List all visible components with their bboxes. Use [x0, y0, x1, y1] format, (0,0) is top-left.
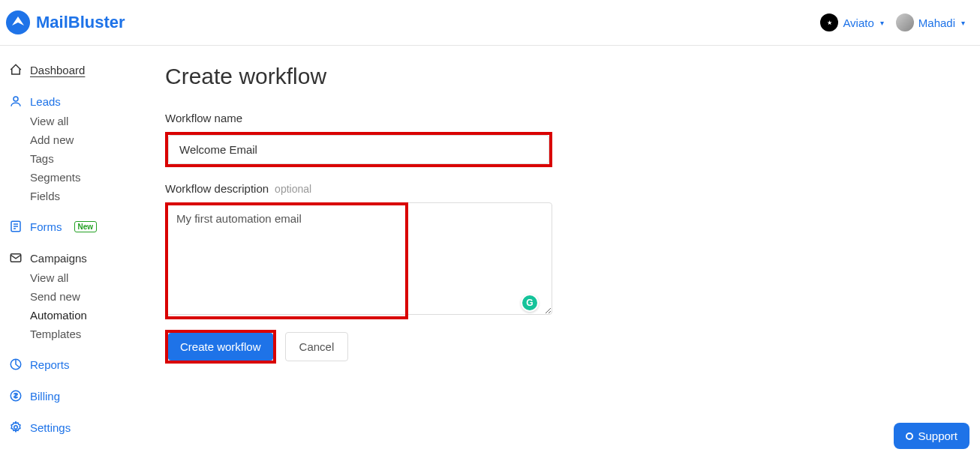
sidebar-item-dashboard[interactable]: Dashboard	[6, 59, 144, 80]
user-name: Mahadi	[918, 16, 955, 29]
grammarly-icon[interactable]: G	[521, 294, 539, 312]
gear-icon	[9, 421, 23, 434]
optional-hint: optional	[275, 183, 311, 195]
workflow-name-label: Workflow name	[165, 112, 965, 124]
sidebar-item-campaigns[interactable]: Campaigns	[6, 247, 144, 268]
sidebar-sub-view-all[interactable]: View all	[6, 268, 144, 287]
sidebar-item-leads[interactable]: Leads	[6, 91, 144, 112]
workflow-name-input[interactable]	[168, 135, 549, 164]
circle-icon	[906, 433, 913, 440]
dollar-icon	[9, 389, 23, 403]
chevron-down-icon: ▾	[961, 19, 965, 27]
new-badge: New	[74, 221, 98, 232]
sidebar-item-label: Settings	[30, 421, 71, 434]
highlight-box: Create workflow	[165, 330, 276, 364]
svg-point-9	[14, 426, 18, 430]
logo-icon	[6, 10, 30, 34]
highlight-box	[165, 202, 408, 319]
logo[interactable]: MailBluster	[6, 10, 125, 34]
workflow-desc-label: Workflow description optional	[165, 182, 965, 195]
envelope-icon	[9, 251, 23, 265]
sidebar: Dashboard Leads View all Add new Tags Se…	[0, 46, 150, 458]
sidebar-item-label: Dashboard	[30, 64, 85, 76]
sidebar-item-reports[interactable]: Reports	[6, 354, 144, 375]
org-name: Aviato	[843, 16, 873, 29]
create-workflow-button[interactable]: Create workflow	[168, 333, 273, 361]
sidebar-sub-view-all[interactable]: View all	[6, 112, 144, 130]
sidebar-item-label: Billing	[30, 390, 60, 403]
org-avatar: ★	[820, 13, 838, 31]
sidebar-sub-segments[interactable]: Segments	[6, 168, 144, 187]
sidebar-sub-automation[interactable]: Automation	[6, 306, 144, 325]
page-title: Create workflow	[165, 64, 965, 89]
chevron-down-icon: ▾	[880, 19, 884, 27]
user-menu[interactable]: Mahadi ▾	[896, 13, 965, 31]
sidebar-item-settings[interactable]: Settings	[6, 417, 144, 438]
support-button[interactable]: Support	[894, 423, 969, 449]
highlight-box	[165, 132, 552, 167]
header-right: ★ Aviato ▾ Mahadi ▾	[820, 13, 965, 31]
button-row: Create workflow Cancel	[165, 330, 965, 364]
sidebar-sub-send-new[interactable]: Send new	[6, 287, 144, 306]
sidebar-item-label: Leads	[30, 95, 61, 108]
sidebar-sub-tags[interactable]: Tags	[6, 149, 144, 168]
cancel-button[interactable]: Cancel	[285, 332, 349, 361]
svg-point-1	[14, 97, 18, 101]
user-icon	[9, 94, 23, 108]
sidebar-item-label: Campaigns	[30, 252, 87, 265]
sidebar-item-label: Reports	[30, 358, 70, 371]
sidebar-sub-add-new[interactable]: Add new	[6, 130, 144, 149]
form-icon	[9, 220, 23, 233]
sidebar-sub-fields[interactable]: Fields	[6, 187, 144, 205]
user-avatar	[896, 13, 914, 31]
main-content: Create workflow Workflow name Workflow d…	[150, 46, 980, 458]
sidebar-sub-templates[interactable]: Templates	[6, 325, 144, 343]
support-label: Support	[918, 430, 957, 442]
sidebar-item-forms[interactable]: Forms New	[6, 216, 144, 237]
header: MailBluster ★ Aviato ▾ Mahadi ▾	[0, 0, 980, 46]
sidebar-item-billing[interactable]: Billing	[6, 385, 144, 406]
brand-name: MailBluster	[36, 13, 125, 32]
desc-row: G	[165, 202, 552, 319]
home-icon	[9, 63, 23, 76]
org-switcher[interactable]: ★ Aviato ▾	[820, 13, 883, 31]
desc-label-text: Workflow description	[165, 182, 269, 195]
sidebar-item-label: Forms	[30, 220, 62, 233]
chart-icon	[9, 358, 23, 371]
